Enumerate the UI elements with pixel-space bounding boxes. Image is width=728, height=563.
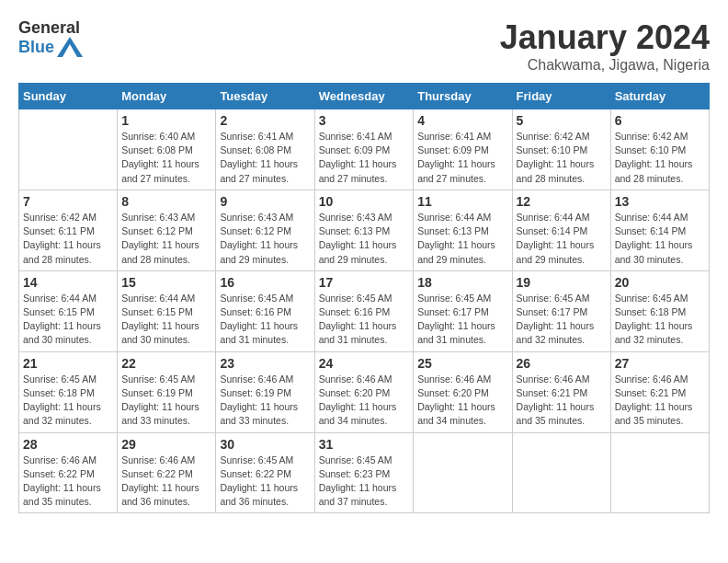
day-of-week-header: Friday xyxy=(512,84,610,109)
calendar-cell: 15Sunrise: 6:44 AM Sunset: 6:15 PM Dayli… xyxy=(118,270,216,351)
calendar-week-row: 7Sunrise: 6:42 AM Sunset: 6:11 PM Daylig… xyxy=(19,190,710,270)
calendar-cell: 30Sunrise: 6:45 AM Sunset: 6:22 PM Dayli… xyxy=(216,432,314,513)
day-info: Sunrise: 6:44 AM Sunset: 6:14 PM Dayligh… xyxy=(615,211,705,267)
day-number: 27 xyxy=(615,356,705,371)
calendar-cell: 5Sunrise: 6:42 AM Sunset: 6:10 PM Daylig… xyxy=(512,109,610,190)
day-info: Sunrise: 6:46 AM Sunset: 6:21 PM Dayligh… xyxy=(615,373,705,429)
calendar-week-row: 28Sunrise: 6:46 AM Sunset: 6:22 PM Dayli… xyxy=(19,432,710,513)
calendar-cell: 4Sunrise: 6:41 AM Sunset: 6:09 PM Daylig… xyxy=(414,109,512,190)
calendar-cell: 13Sunrise: 6:44 AM Sunset: 6:14 PM Dayli… xyxy=(610,190,709,270)
day-info: Sunrise: 6:45 AM Sunset: 6:22 PM Dayligh… xyxy=(220,454,310,510)
logo: General Blue xyxy=(18,18,83,57)
calendar-cell: 25Sunrise: 6:46 AM Sunset: 6:20 PM Dayli… xyxy=(414,351,512,432)
day-of-week-header: Sunday xyxy=(19,84,118,109)
title-block: January 2024 Chakwama, Jigawa, Nigeria xyxy=(500,18,710,74)
day-info: Sunrise: 6:46 AM Sunset: 6:20 PM Dayligh… xyxy=(319,373,410,429)
calendar-cell: 9Sunrise: 6:43 AM Sunset: 6:12 PM Daylig… xyxy=(216,190,314,270)
day-info: Sunrise: 6:43 AM Sunset: 6:13 PM Dayligh… xyxy=(319,211,410,267)
day-number: 6 xyxy=(615,113,705,128)
calendar-cell xyxy=(19,109,118,190)
calendar-subtitle: Chakwama, Jigawa, Nigeria xyxy=(500,57,710,74)
calendar-cell: 29Sunrise: 6:46 AM Sunset: 6:22 PM Dayli… xyxy=(118,432,216,513)
day-number: 12 xyxy=(517,194,607,209)
calendar-cell: 10Sunrise: 6:43 AM Sunset: 6:13 PM Dayli… xyxy=(314,190,414,270)
day-number: 20 xyxy=(615,275,705,290)
calendar-cell: 17Sunrise: 6:45 AM Sunset: 6:16 PM Dayli… xyxy=(314,270,414,351)
day-info: Sunrise: 6:43 AM Sunset: 6:12 PM Dayligh… xyxy=(121,211,211,267)
calendar-cell: 7Sunrise: 6:42 AM Sunset: 6:11 PM Daylig… xyxy=(19,190,118,270)
logo-blue: Blue xyxy=(18,38,54,57)
day-info: Sunrise: 6:44 AM Sunset: 6:15 PM Dayligh… xyxy=(121,292,211,348)
day-number: 5 xyxy=(517,113,607,128)
day-info: Sunrise: 6:45 AM Sunset: 6:16 PM Dayligh… xyxy=(220,292,310,348)
calendar-title: January 2024 xyxy=(500,18,710,57)
day-number: 3 xyxy=(319,113,410,128)
day-info: Sunrise: 6:42 AM Sunset: 6:10 PM Dayligh… xyxy=(517,130,607,186)
calendar-cell: 16Sunrise: 6:45 AM Sunset: 6:16 PM Dayli… xyxy=(216,270,314,351)
calendar-cell xyxy=(610,432,709,513)
day-number: 11 xyxy=(417,194,507,209)
calendar-cell: 18Sunrise: 6:45 AM Sunset: 6:17 PM Dayli… xyxy=(414,270,512,351)
day-number: 28 xyxy=(23,437,113,452)
day-info: Sunrise: 6:42 AM Sunset: 6:10 PM Dayligh… xyxy=(615,130,705,186)
day-info: Sunrise: 6:46 AM Sunset: 6:21 PM Dayligh… xyxy=(517,373,607,429)
day-number: 19 xyxy=(517,275,607,290)
calendar-cell: 21Sunrise: 6:45 AM Sunset: 6:18 PM Dayli… xyxy=(19,351,118,432)
calendar-cell: 11Sunrise: 6:44 AM Sunset: 6:13 PM Dayli… xyxy=(414,190,512,270)
day-number: 18 xyxy=(417,275,507,290)
day-info: Sunrise: 6:42 AM Sunset: 6:11 PM Dayligh… xyxy=(23,211,113,267)
page-header: General Blue January 2024 Chakwama, Jiga… xyxy=(18,18,710,74)
calendar-table: SundayMondayTuesdayWednesdayThursdayFrid… xyxy=(18,83,710,513)
day-number: 14 xyxy=(23,275,113,290)
day-info: Sunrise: 6:41 AM Sunset: 6:09 PM Dayligh… xyxy=(319,130,410,186)
day-number: 8 xyxy=(121,194,211,209)
day-number: 1 xyxy=(121,113,211,128)
calendar-cell: 2Sunrise: 6:41 AM Sunset: 6:08 PM Daylig… xyxy=(216,109,314,190)
day-info: Sunrise: 6:44 AM Sunset: 6:13 PM Dayligh… xyxy=(417,211,507,267)
calendar-cell: 6Sunrise: 6:42 AM Sunset: 6:10 PM Daylig… xyxy=(610,109,709,190)
calendar-cell: 8Sunrise: 6:43 AM Sunset: 6:12 PM Daylig… xyxy=(118,190,216,270)
day-info: Sunrise: 6:44 AM Sunset: 6:14 PM Dayligh… xyxy=(517,211,607,267)
calendar-cell: 20Sunrise: 6:45 AM Sunset: 6:18 PM Dayli… xyxy=(610,270,709,351)
calendar-cell: 28Sunrise: 6:46 AM Sunset: 6:22 PM Dayli… xyxy=(19,432,118,513)
day-info: Sunrise: 6:45 AM Sunset: 6:18 PM Dayligh… xyxy=(23,373,113,429)
day-info: Sunrise: 6:45 AM Sunset: 6:17 PM Dayligh… xyxy=(417,292,507,348)
calendar-cell xyxy=(512,432,610,513)
day-info: Sunrise: 6:46 AM Sunset: 6:22 PM Dayligh… xyxy=(23,454,113,510)
day-number: 31 xyxy=(319,437,410,452)
day-info: Sunrise: 6:45 AM Sunset: 6:16 PM Dayligh… xyxy=(319,292,410,348)
calendar-cell: 19Sunrise: 6:45 AM Sunset: 6:17 PM Dayli… xyxy=(512,270,610,351)
day-info: Sunrise: 6:45 AM Sunset: 6:17 PM Dayligh… xyxy=(517,292,607,348)
logo-icon xyxy=(57,37,83,57)
day-number: 13 xyxy=(615,194,705,209)
day-number: 30 xyxy=(220,437,310,452)
day-number: 7 xyxy=(23,194,113,209)
calendar-cell: 26Sunrise: 6:46 AM Sunset: 6:21 PM Dayli… xyxy=(512,351,610,432)
day-number: 22 xyxy=(121,356,211,371)
calendar-cell: 31Sunrise: 6:45 AM Sunset: 6:23 PM Dayli… xyxy=(314,432,414,513)
day-info: Sunrise: 6:43 AM Sunset: 6:12 PM Dayligh… xyxy=(220,211,310,267)
calendar-week-row: 14Sunrise: 6:44 AM Sunset: 6:15 PM Dayli… xyxy=(19,270,710,351)
calendar-week-row: 21Sunrise: 6:45 AM Sunset: 6:18 PM Dayli… xyxy=(19,351,710,432)
day-info: Sunrise: 6:40 AM Sunset: 6:08 PM Dayligh… xyxy=(121,130,211,186)
day-number: 26 xyxy=(517,356,607,371)
day-number: 9 xyxy=(220,194,310,209)
calendar-cell: 12Sunrise: 6:44 AM Sunset: 6:14 PM Dayli… xyxy=(512,190,610,270)
calendar-cell: 22Sunrise: 6:45 AM Sunset: 6:19 PM Dayli… xyxy=(118,351,216,432)
day-info: Sunrise: 6:45 AM Sunset: 6:18 PM Dayligh… xyxy=(615,292,705,348)
day-number: 2 xyxy=(220,113,310,128)
calendar-cell xyxy=(414,432,512,513)
day-of-week-header: Wednesday xyxy=(314,84,414,109)
day-number: 25 xyxy=(417,356,507,371)
day-number: 10 xyxy=(319,194,410,209)
day-of-week-header: Thursday xyxy=(414,84,512,109)
day-info: Sunrise: 6:46 AM Sunset: 6:22 PM Dayligh… xyxy=(121,454,211,510)
day-number: 15 xyxy=(121,275,211,290)
calendar-cell: 27Sunrise: 6:46 AM Sunset: 6:21 PM Dayli… xyxy=(610,351,709,432)
day-of-week-header: Saturday xyxy=(610,84,709,109)
calendar-cell: 24Sunrise: 6:46 AM Sunset: 6:20 PM Dayli… xyxy=(314,351,414,432)
day-number: 24 xyxy=(319,356,410,371)
day-number: 17 xyxy=(319,275,410,290)
day-info: Sunrise: 6:45 AM Sunset: 6:19 PM Dayligh… xyxy=(121,373,211,429)
calendar-cell: 23Sunrise: 6:46 AM Sunset: 6:19 PM Dayli… xyxy=(216,351,314,432)
